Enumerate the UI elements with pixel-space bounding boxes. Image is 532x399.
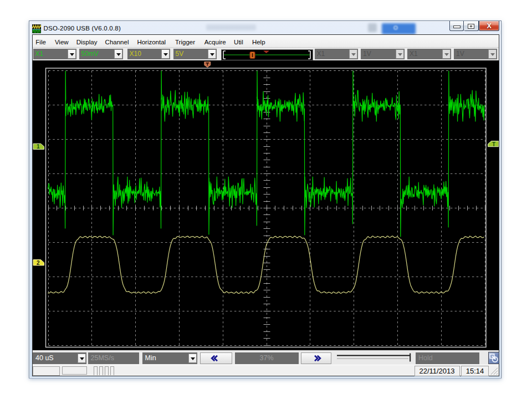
svg-text:2: 2 <box>37 260 40 266</box>
svg-text:1: 1 <box>37 144 40 150</box>
svg-text:T: T <box>492 141 495 147</box>
